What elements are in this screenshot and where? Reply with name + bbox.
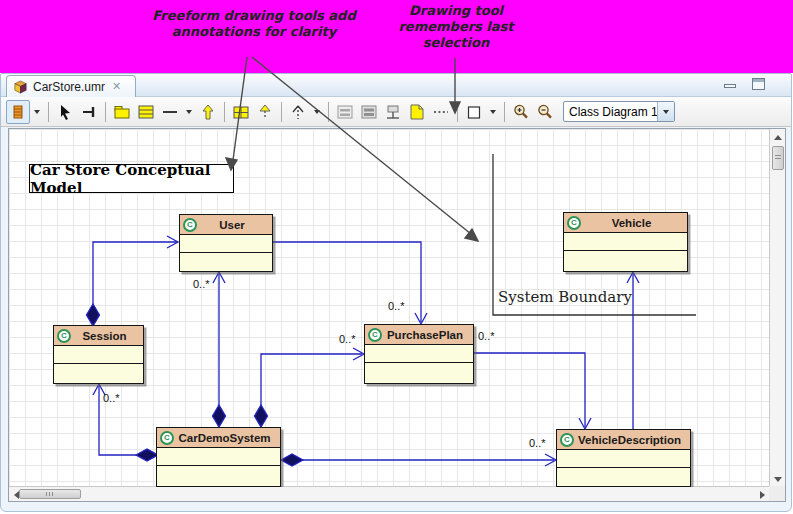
horizontal-scrollbar[interactable] bbox=[9, 486, 769, 501]
operations-compartment[interactable] bbox=[54, 364, 143, 381]
association-line-icon bbox=[161, 103, 179, 121]
select-cursor-button[interactable] bbox=[53, 100, 77, 124]
rectangle-shape-tool-button[interactable] bbox=[462, 100, 486, 124]
multiplicity-label[interactable]: 0..* bbox=[193, 278, 210, 290]
scroll-up-icon[interactable] bbox=[770, 131, 786, 143]
operations-compartment[interactable] bbox=[365, 363, 473, 380]
dependency-tool-dropdown[interactable] bbox=[310, 100, 324, 124]
vertical-scrollbar-thumb[interactable] bbox=[772, 146, 784, 170]
zoom-out-button[interactable] bbox=[533, 100, 557, 124]
zoom-in-button[interactable] bbox=[509, 100, 533, 124]
multiplicity-label[interactable]: 0..* bbox=[478, 330, 495, 342]
class-name: PurchasePlan bbox=[387, 329, 463, 341]
operations-compartment[interactable] bbox=[564, 251, 687, 268]
toolbar: Class Diagram 1 bbox=[1, 97, 791, 127]
scroll-down-icon[interactable] bbox=[770, 473, 786, 485]
multiplicity-label[interactable]: 0..* bbox=[339, 333, 356, 345]
dependency-arrow-icon bbox=[289, 103, 307, 121]
connection-purchaseplan-vehicledescription[interactable] bbox=[474, 353, 591, 429]
maximize-icon[interactable] bbox=[752, 78, 765, 90]
note-line: Drawing tool bbox=[398, 3, 514, 19]
connection-cardemosystem-purchaseplan[interactable] bbox=[255, 348, 365, 427]
attributes-compartment[interactable] bbox=[557, 450, 690, 468]
shape-tool-dropdown[interactable] bbox=[486, 100, 500, 124]
chevron-down-icon bbox=[186, 110, 192, 114]
class-vehicledescription[interactable]: CVehicleDescription bbox=[556, 429, 691, 487]
connection-session-user[interactable] bbox=[87, 236, 179, 326]
annotation-frame-icon bbox=[9, 103, 27, 121]
align-distribute-button[interactable] bbox=[381, 100, 405, 124]
align-horizontal-button[interactable] bbox=[333, 100, 357, 124]
class-cardemosystem[interactable]: CCarDemoSystem bbox=[156, 427, 281, 487]
class-icon: C bbox=[57, 329, 71, 343]
tab-bar: CarStore.umr ✕ bbox=[1, 74, 791, 97]
class-icon: C bbox=[160, 431, 174, 445]
toolbar-separator bbox=[48, 102, 49, 122]
association-tool-dropdown[interactable] bbox=[182, 100, 196, 124]
tab-close-icon[interactable]: ✕ bbox=[112, 80, 121, 93]
generalization-tool-button[interactable] bbox=[196, 100, 220, 124]
table-tool-button[interactable] bbox=[229, 100, 253, 124]
scroll-right-icon[interactable] bbox=[756, 487, 768, 502]
editor-window: CarStore.umr ✕ bbox=[0, 73, 792, 512]
rectangle-shape-icon bbox=[465, 103, 483, 121]
system-boundary-label[interactable]: System Boundary bbox=[498, 288, 632, 306]
attributes-compartment[interactable] bbox=[365, 345, 473, 363]
attributes-compartment[interactable] bbox=[157, 448, 280, 466]
connection-cardemosystem-user[interactable] bbox=[213, 272, 226, 427]
note-line: annotations for clarity bbox=[148, 24, 360, 40]
diagram-canvas[interactable]: Car Store Conceptual Model System Bounda… bbox=[9, 129, 769, 487]
diagram-selector-dropdown[interactable] bbox=[657, 102, 674, 121]
toolbar-separator bbox=[328, 102, 329, 122]
realization-tool-button[interactable] bbox=[253, 100, 277, 124]
zoom-in-icon bbox=[512, 103, 530, 121]
zoom-out-icon bbox=[536, 103, 554, 121]
chevron-down-icon bbox=[34, 110, 40, 114]
align-vertical-button[interactable] bbox=[357, 100, 381, 124]
dependency-tool-button[interactable] bbox=[286, 100, 310, 124]
operations-compartment[interactable] bbox=[157, 466, 280, 483]
generalization-arrow-icon bbox=[199, 103, 217, 121]
connection-cardemosystem-vehicledescription[interactable] bbox=[281, 454, 556, 466]
package-tool-button[interactable] bbox=[110, 100, 134, 124]
class-tool-button[interactable] bbox=[134, 100, 158, 124]
multiplicity-label[interactable]: 0..* bbox=[529, 437, 546, 449]
chevron-down-icon bbox=[314, 110, 320, 114]
multiplicity-label[interactable]: 0..* bbox=[388, 300, 405, 312]
class-vehicle[interactable]: CVehicle bbox=[563, 212, 688, 272]
note-tool-button[interactable] bbox=[405, 100, 429, 124]
annotation-tool-dropdown[interactable] bbox=[30, 100, 44, 124]
note-line: selection bbox=[398, 35, 514, 51]
operations-compartment[interactable] bbox=[180, 253, 272, 270]
align-vertical-icon bbox=[360, 103, 378, 121]
freeform-note-2: Drawing tool remembers last selection bbox=[398, 3, 514, 51]
tab-carstore[interactable]: CarStore.umr ✕ bbox=[6, 75, 136, 97]
diagram-title-box[interactable]: Car Store Conceptual Model bbox=[29, 164, 234, 193]
minimize-icon[interactable] bbox=[724, 84, 736, 88]
package-icon bbox=[113, 103, 131, 121]
attributes-compartment[interactable] bbox=[54, 346, 143, 364]
operations-compartment[interactable] bbox=[557, 468, 690, 485]
association-tool-button[interactable] bbox=[158, 100, 182, 124]
scrollbar-corner bbox=[769, 486, 785, 501]
dashed-line-tool-button[interactable] bbox=[429, 100, 453, 124]
tab-title: CarStore.umr bbox=[33, 80, 105, 94]
attributes-compartment[interactable] bbox=[564, 233, 687, 251]
freeform-note-1: Freeform drawing tools add annotations f… bbox=[148, 8, 360, 40]
class-purchaseplan[interactable]: CPurchasePlan bbox=[364, 324, 474, 384]
realization-arrow-icon bbox=[256, 103, 274, 121]
class-name: VehicleDescription bbox=[578, 434, 681, 446]
class-icon: C bbox=[368, 328, 382, 342]
horizontal-scrollbar-thumb[interactable] bbox=[19, 489, 81, 499]
class-name: User bbox=[219, 219, 245, 231]
annotation-frame-tool-button[interactable] bbox=[6, 100, 30, 124]
attributes-compartment[interactable] bbox=[180, 235, 272, 253]
chevron-down-icon bbox=[490, 110, 496, 114]
chevron-down-icon bbox=[663, 110, 669, 114]
class-user[interactable]: CUser bbox=[179, 214, 273, 272]
class-session[interactable]: CSession bbox=[53, 325, 144, 384]
edge-handle-button[interactable] bbox=[77, 100, 101, 124]
diagram-selector-combo[interactable]: Class Diagram 1 bbox=[563, 101, 675, 122]
multiplicity-label[interactable]: 0..* bbox=[103, 392, 120, 404]
vertical-scrollbar[interactable] bbox=[769, 129, 785, 487]
